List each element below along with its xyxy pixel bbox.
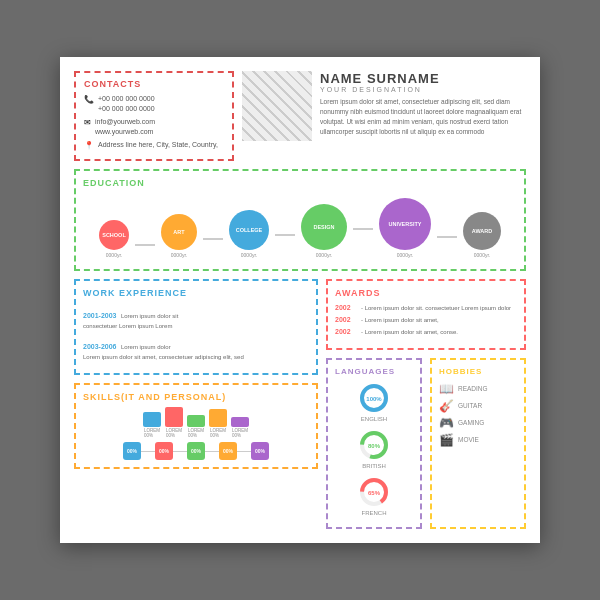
skills-nodes: 00% 00% 00% 00% 00% (83, 442, 309, 460)
award-entry-3: 2002 - Lorem ipsum dolor sit amet, conse… (335, 328, 517, 336)
lang-english: 100% ENGLISH (335, 382, 413, 422)
edu-bubble-design: DESIGN (301, 204, 347, 250)
hobby-label-gaming: GAMING (458, 419, 484, 426)
node-connector (205, 451, 219, 452)
work-desc-2: Lorem ipsum dolor sit amet, consectetuer… (83, 353, 309, 361)
website-text: www.yourweb.com (95, 127, 155, 137)
award-year-2: 2002 (335, 316, 357, 323)
skill-label-5: LOREM00% (232, 428, 248, 438)
work-year-2: 2003-2006 (83, 343, 116, 350)
skill-bar-item-5: LOREM00% (231, 417, 249, 438)
left-col: WORK EXPERIENCE 2001-2003 Lorem ipsum do… (74, 279, 318, 529)
edu-connector (353, 228, 373, 230)
work-entry-2: 2003-2006 Lorem ipsum dolor Lorem ipsum … (83, 335, 309, 361)
award-entry-2: 2002 - Lorem ipsum dolor sit amet, (335, 316, 517, 324)
svg-text:65%: 65% (368, 490, 381, 496)
hobbies-title: HOBBIES (439, 367, 517, 376)
lang-circle-british: 80% (358, 429, 390, 461)
edu-connector (275, 234, 295, 236)
right-col: AWARDS 2002 - Lorem ipsum dolor sit. con… (326, 279, 526, 529)
phone-icon: 📞 (84, 95, 94, 104)
award-year-3: 2002 (335, 328, 357, 335)
profile-bio: Lorem ipsum dolor sit amet, consectetuer… (320, 97, 526, 136)
edu-bubble-award: AWARD (463, 212, 501, 250)
contact-address: 📍 Address line here, City, State, Countr… (84, 140, 224, 150)
hobby-label-guitar: GUITAR (458, 402, 482, 409)
gaming-icon: 🎮 (439, 416, 454, 430)
award-desc-1: - Lorem ipsum dolor sit. consectetuer Lo… (361, 304, 511, 312)
edu-item-design: DESIGN 0000yr. (301, 204, 347, 258)
edu-connector (135, 244, 155, 246)
work-entry-1: 2001-2003 Lorem ipsum dolor sit consecte… (83, 304, 309, 330)
svg-text:80%: 80% (368, 443, 381, 449)
skills-title: SKILLS(IT AND PERSONAL) (83, 392, 309, 402)
education-box: EDUCATION SCHOOL 0000yr. ART 0000yr. COL… (74, 169, 526, 271)
email-text: info@yourweb.com (95, 117, 155, 127)
hobby-reading: 📖 READING (439, 382, 517, 396)
award-entry-1: 2002 - Lorem ipsum dolor sit. consectetu… (335, 304, 517, 312)
contact-phone1: 📞 +00 000 000 0000 +00 000 000 0000 (84, 94, 224, 114)
profile-designation: YOUR DESIGNATION (320, 86, 526, 93)
lang-circle-french: 65% (358, 476, 390, 508)
skill-node-1: 00% (123, 442, 141, 460)
award-desc-3: - Lorem ipsum dolor sit amet, conse. (361, 328, 458, 336)
profile-name: NAME SURNAME (320, 71, 526, 86)
skills-box: SKILLS(IT AND PERSONAL) LOREM00% LOREM00… (74, 383, 318, 469)
lang-british: 80% BRITISH (335, 429, 413, 469)
lang-name-english: ENGLISH (361, 416, 387, 422)
languages-list: 100% ENGLISH 80% (335, 382, 413, 520)
hobby-guitar: 🎸 GUITAR (439, 399, 517, 413)
skills-bars: LOREM00% LOREM00% LOREM00% LOREM00% (83, 408, 309, 438)
edu-bubble-college: COLLEGE (229, 210, 269, 250)
skill-bar-item-2: LOREM00% (165, 407, 183, 438)
guitar-icon: 🎸 (439, 399, 454, 413)
edu-bubble-art: ART (161, 214, 197, 250)
hobbies-box: HOBBIES 📖 READING 🎸 GUITAR 🎮 GAMING (430, 358, 526, 529)
hobby-movie: 🎬 MOVIE (439, 433, 517, 447)
languages-box: LANGUAGES 100% ENGLISH (326, 358, 422, 529)
skill-bar-item-1: LOREM00% (143, 412, 161, 438)
education-title: EDUCATION (83, 178, 517, 188)
lang-hob-row: LANGUAGES 100% ENGLISH (326, 358, 526, 529)
movie-icon: 🎬 (439, 433, 454, 447)
node-connector (173, 451, 187, 452)
lang-name-british: BRITISH (362, 463, 386, 469)
hobby-label-movie: MOVIE (458, 436, 479, 443)
bottom-section: WORK EXPERIENCE 2001-2003 Lorem ipsum do… (74, 279, 526, 529)
lang-donut-british: 80% (358, 429, 390, 461)
skill-label-1: LOREM00% (144, 428, 160, 438)
work-year-1: 2001-2003 (83, 312, 116, 319)
phone1-text: +00 000 000 0000 (98, 94, 155, 104)
edu-connector (437, 236, 457, 238)
education-timeline: SCHOOL 0000yr. ART 0000yr. COLLEGE 0000y… (83, 194, 517, 262)
phone2-text: +00 000 000 0000 (98, 104, 155, 114)
edu-item-school: SCHOOL 0000yr. (99, 220, 129, 258)
work-experience-title: WORK EXPERIENCE (83, 288, 309, 298)
top-section: CONTACTS 📞 +00 000 000 0000 +00 000 000 … (74, 71, 526, 160)
lang-donut-english: 100% (358, 382, 390, 414)
edu-bubble-university: UNIVERSITY (379, 198, 431, 250)
edu-bubble-school: SCHOOL (99, 220, 129, 250)
contacts-title: CONTACTS (84, 79, 224, 89)
node-connector (237, 451, 251, 452)
edu-item-college: COLLEGE 0000yr. (229, 210, 269, 258)
edu-item-art: ART 0000yr. (161, 214, 197, 258)
resume-page: CONTACTS 📞 +00 000 000 0000 +00 000 000 … (60, 57, 540, 542)
skill-bar-2 (165, 407, 183, 427)
contacts-box: CONTACTS 📞 +00 000 000 0000 +00 000 000 … (74, 71, 234, 160)
lang-donut-french: 65% (358, 476, 390, 508)
languages-title: LANGUAGES (335, 367, 413, 376)
edu-connector (203, 238, 223, 240)
hobbies-list: 📖 READING 🎸 GUITAR 🎮 GAMING 🎬 (439, 382, 517, 447)
skill-label-4: LOREM00% (210, 428, 226, 438)
award-desc-2: - Lorem ipsum dolor sit amet, (361, 316, 439, 324)
photo-name-box: NAME SURNAME YOUR DESIGNATION Lorem ipsu… (242, 71, 526, 160)
skill-node-4: 00% (219, 442, 237, 460)
skill-bar-item-3: LOREM00% (187, 415, 205, 438)
svg-text:100%: 100% (366, 396, 382, 402)
skill-bar-item-4: LOREM00% (209, 409, 227, 438)
edu-item-university: UNIVERSITY 0000yr. (379, 198, 431, 258)
skill-node-2: 00% (155, 442, 173, 460)
skill-bar-4 (209, 409, 227, 427)
awards-title: AWARDS (335, 288, 517, 298)
